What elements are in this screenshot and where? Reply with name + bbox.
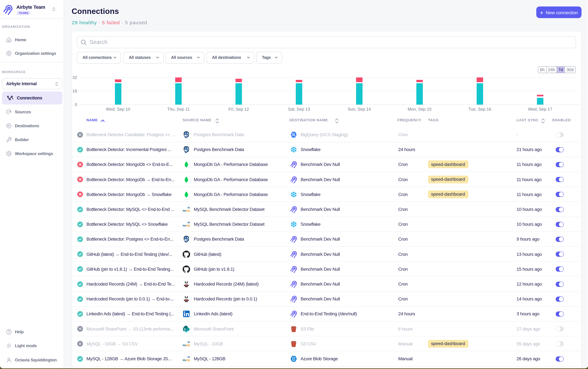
svg-text:Sat, Sep 13: Sat, Sep 13 (288, 107, 310, 112)
svg-text:32: 32 (72, 75, 77, 80)
svg-text:Tue, Sep 16: Tue, Sep 16 (468, 107, 491, 112)
svg-text:Wed, Sep 17: Wed, Sep 17 (528, 107, 552, 112)
svg-text:0: 0 (75, 102, 77, 107)
svg-text:Sun, Sep 14: Sun, Sep 14 (348, 107, 371, 112)
svg-text:Thu, Sep 11: Thu, Sep 11 (167, 107, 189, 112)
svg-text:Wed, Sep 10: Wed, Sep 10 (106, 107, 130, 112)
svg-text:Fri, Sep 12: Fri, Sep 12 (228, 107, 249, 112)
svg-text:Mon, Sep 15: Mon, Sep 15 (408, 107, 431, 112)
svg-text:16: 16 (72, 88, 77, 93)
